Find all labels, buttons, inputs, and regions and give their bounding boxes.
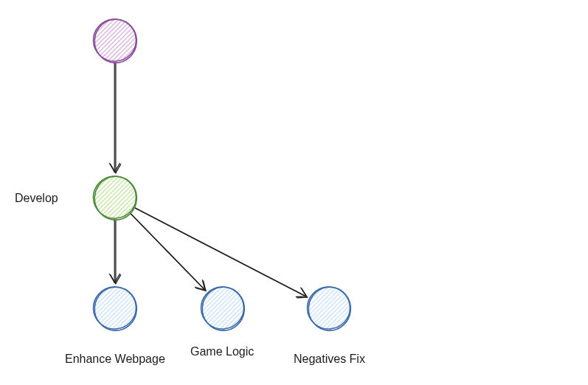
svg-line-154 bbox=[258, 286, 302, 330]
svg-line-37 bbox=[128, 18, 173, 63]
svg-line-72 bbox=[133, 176, 177, 220]
svg-line-71 bbox=[128, 176, 173, 220]
svg-line-153 bbox=[254, 286, 298, 330]
edges-layer bbox=[0, 0, 588, 385]
svg-line-175 bbox=[351, 286, 395, 330]
svg-line-14 bbox=[27, 18, 71, 63]
svg-line-173 bbox=[342, 286, 387, 330]
svg-line-39 bbox=[137, 18, 181, 63]
svg-line-118 bbox=[143, 286, 187, 330]
svg-line-80 bbox=[18, 286, 62, 330]
svg-line-4 bbox=[130, 213, 204, 290]
label-enhance-webpage: Enhance Webpage bbox=[65, 353, 165, 366]
label-negatives-fix: Negatives Fix bbox=[294, 353, 365, 366]
svg-line-152 bbox=[249, 286, 294, 330]
svg-line-122 bbox=[161, 286, 205, 330]
svg-line-119 bbox=[148, 286, 192, 330]
svg-line-5 bbox=[131, 214, 206, 291]
svg-line-79 bbox=[13, 286, 58, 330]
svg-line-155 bbox=[263, 286, 307, 330]
svg-line-88 bbox=[53, 286, 97, 330]
label-develop: Develop bbox=[15, 192, 58, 205]
svg-line-106 bbox=[133, 286, 177, 330]
svg-line-174 bbox=[347, 286, 391, 330]
svg-line-18 bbox=[44, 18, 89, 63]
svg-line-83 bbox=[31, 286, 75, 330]
svg-line-13 bbox=[22, 18, 66, 63]
svg-line-78 bbox=[9, 286, 53, 330]
svg-line-19 bbox=[49, 18, 93, 63]
svg-line-116 bbox=[134, 286, 179, 330]
svg-line-7 bbox=[136, 208, 308, 297]
node-root[interactable] bbox=[93, 18, 137, 63]
svg-line-86 bbox=[44, 286, 89, 330]
svg-line-139 bbox=[236, 286, 280, 330]
svg-line-15 bbox=[31, 18, 75, 63]
node-develop[interactable] bbox=[93, 176, 137, 220]
svg-line-12 bbox=[18, 18, 62, 63]
svg-line-151 bbox=[245, 286, 289, 330]
svg-line-54 bbox=[53, 176, 97, 220]
svg-line-9 bbox=[4, 18, 49, 63]
svg-line-105 bbox=[128, 286, 173, 330]
svg-line-84 bbox=[35, 286, 80, 330]
svg-line-81 bbox=[22, 286, 66, 330]
svg-line-77 bbox=[4, 286, 49, 330]
svg-line-117 bbox=[139, 286, 183, 330]
svg-line-73 bbox=[137, 176, 181, 220]
svg-line-20 bbox=[53, 18, 97, 63]
svg-line-6 bbox=[134, 207, 306, 296]
node-negatives-fix[interactable] bbox=[307, 286, 351, 330]
label-game-logic: Game Logic bbox=[190, 345, 254, 358]
svg-line-82 bbox=[27, 286, 71, 330]
svg-line-17 bbox=[40, 18, 84, 63]
svg-line-38 bbox=[133, 18, 177, 63]
node-game-logic[interactable] bbox=[201, 286, 245, 330]
svg-line-16 bbox=[35, 18, 80, 63]
svg-line-120 bbox=[152, 286, 196, 330]
svg-line-87 bbox=[49, 286, 93, 330]
diagram-canvas: Develop Enhance Webpage Game Logic Negat… bbox=[0, 0, 588, 385]
svg-line-85 bbox=[40, 286, 84, 330]
svg-line-121 bbox=[156, 286, 201, 330]
node-enhance-webpage[interactable] bbox=[93, 286, 137, 330]
svg-line-141 bbox=[245, 286, 289, 330]
svg-line-140 bbox=[241, 286, 285, 330]
svg-line-156 bbox=[267, 286, 311, 330]
svg-line-107 bbox=[137, 286, 181, 330]
svg-line-11 bbox=[13, 18, 58, 63]
svg-line-150 bbox=[241, 286, 285, 330]
svg-line-10 bbox=[9, 18, 53, 63]
